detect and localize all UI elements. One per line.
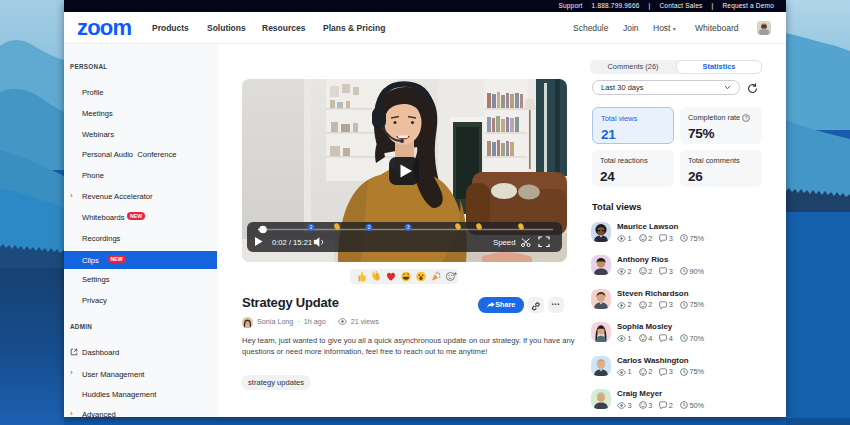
- svg-text:2: 2: [310, 225, 313, 230]
- svg-text:?: ?: [745, 115, 748, 120]
- svg-text:0:02 / 15:21: 0:02 / 15:21: [272, 238, 312, 247]
- svg-text:2: 2: [368, 225, 371, 230]
- svg-text:Speed: Speed: [493, 238, 516, 247]
- svg-text:3: 3: [407, 225, 410, 230]
